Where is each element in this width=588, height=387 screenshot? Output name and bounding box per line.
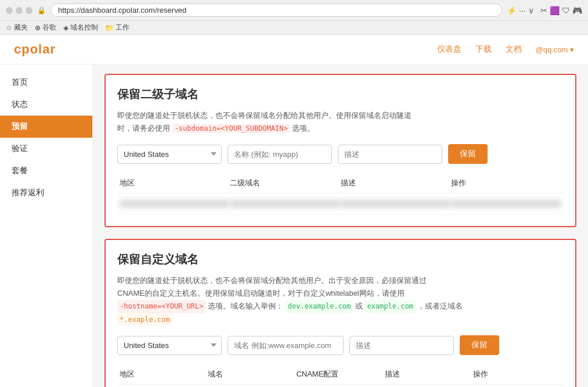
bookmark-label: 域名控制 [70, 23, 98, 33]
col2-domain: 域名 [208, 369, 296, 379]
nav-dashboard[interactable]: 仪表盘 [437, 44, 461, 55]
folder-icon: 📁 [105, 24, 114, 32]
col2-region: 地区 [120, 369, 208, 379]
sidebar-item-referral[interactable]: 推荐返利 [0, 182, 92, 204]
bookmark-label: 工作 [116, 23, 129, 33]
section1-save-button[interactable]: 保留 [448, 144, 488, 164]
sidebar-item-reserved[interactable]: 预留 [0, 116, 92, 138]
reserve-subdomain-card: 保留二级子域名 即使您的隧道处于脱机状态，也不会将保留域名分配给其他用户。使用保… [104, 74, 576, 227]
section1-name-input[interactable] [228, 145, 332, 164]
bookmark-label: 谷歌 [42, 23, 56, 33]
section2-desc-line1: 即使您的隧道处于脱机状态，也不会将保留域分配给其他用户。出于安全原因，必须保留通… [117, 276, 427, 285]
address-bar[interactable]: https://dashboard.cpolar.com/reserved [50, 3, 502, 17]
section2-desc-input[interactable] [349, 336, 454, 355]
browser-dot-2 [16, 7, 23, 14]
sidebar: 首页 状态 预留 验证 套餐 推荐返利 [0, 64, 93, 387]
browser-dot-1 [6, 7, 13, 14]
section2-desc-line5: ，或者泛域名 [417, 302, 463, 310]
sidebar-item-auth[interactable]: 验证 [0, 138, 92, 160]
row-action[interactable]: █ [451, 199, 561, 208]
section2-code1: -hostname=<YOUR_URL> [117, 300, 206, 313]
col2-desc: 描述 [385, 369, 473, 379]
bookmark-domain[interactable]: ◈ 域名控制 [63, 23, 98, 33]
browser-controls [6, 7, 33, 14]
section1-code: -subdomain=<YOUR_SUBDOMAIN> [172, 124, 290, 133]
section1-desc-input[interactable] [338, 145, 442, 164]
section1-desc-line3: 选项。 [292, 124, 315, 132]
section1-region-select[interactable]: United States Japan China [117, 145, 222, 164]
section2-desc-line3: 选项。域名输入举例： [208, 302, 283, 310]
header-nav: 仪表盘 下载 文档 @qq.com ▾ [437, 44, 574, 55]
section2-desc-line4: 或 [355, 302, 363, 310]
app-body: 首页 状态 预留 验证 套餐 推荐返利 保留二级子域名 即使您的隧道处于脱机状态… [0, 64, 588, 387]
ssl-lock-icon: 🔒 [37, 6, 46, 15]
section2-code2: dev.example.com [286, 300, 353, 313]
browser-bar: 🔒 https://dashboard.cpolar.com/reserved … [0, 0, 588, 21]
nav-download[interactable]: 下载 [475, 44, 492, 55]
section2-desc-line2: CNAME的自定义主机名。使用保留域启动隧道时，对于自定义whitelabel网… [117, 289, 405, 298]
bookmarks-bar: ☆ 藏夹 ⊕ 谷歌 ◈ 域名控制 📁 工作 [0, 21, 588, 35]
section2-region-select[interactable]: United States Japan China [117, 336, 222, 355]
row-subdomain: ████████████ [230, 199, 340, 208]
domain-icon: ◈ [63, 24, 68, 32]
browser-action-icons: ⚡ ··· ∨ ✂ 🟪 🛡 🎮 [507, 6, 582, 15]
bookmark-work[interactable]: 📁 工作 [105, 23, 129, 33]
section1-form: United States Japan China 保留 [117, 144, 564, 164]
row-region: ████████████ [120, 199, 230, 208]
star-icon: ☆ [6, 24, 12, 32]
section2-table-header: 地区 域名 CNAME配置 描述 操作 [117, 364, 564, 385]
sidebar-item-home[interactable]: 首页 [0, 71, 92, 94]
nav-docs[interactable]: 文档 [506, 44, 522, 55]
user-menu[interactable]: @qq.com ▾ [536, 45, 574, 54]
section2-save-button[interactable]: 保留 [460, 335, 499, 355]
col2-cname: CNAME配置 [296, 369, 384, 379]
section1-table: 地区 二级域名 描述 操作 ████████████ ████████████ … [117, 173, 564, 214]
section2-code4: *.exaple.com [117, 313, 172, 326]
section1-desc-line2: 时，请务必使用 [117, 124, 170, 132]
main-content: 保留二级子域名 即使您的隧道处于脱机状态，也不会将保留域名分配给其他用户。使用保… [93, 64, 588, 387]
section2-code3: example.com [365, 300, 415, 313]
sidebar-item-status[interactable]: 状态 [0, 94, 92, 116]
section1-desc: 即使您的隧道处于脱机状态，也不会将保留域名分配给其他用户。使用保留域名启动隧道 … [117, 109, 564, 135]
table-row: ████████████ ████████████ ████████████ █ [117, 193, 564, 214]
col2-action: 操作 [473, 369, 561, 379]
row-desc: ████████████ [341, 199, 451, 208]
app-header: cpolar 仪表盘 下载 文档 @qq.com ▾ [0, 35, 588, 64]
section1-table-header: 地区 二级域名 描述 操作 [117, 173, 564, 193]
browser-dot-3 [26, 7, 33, 14]
cpolar-logo: cpolar [14, 42, 56, 57]
section2-form: United States Japan China 保留 [117, 335, 564, 355]
reserve-custom-domain-card: 保留自定义域名 即使您的隧道处于脱机状态，也不会将保留域分配给其他用户。出于安全… [104, 239, 576, 387]
col-region: 地区 [120, 178, 230, 188]
section2-domain-input[interactable] [228, 336, 344, 355]
section2-title: 保留自定义域名 [117, 252, 564, 267]
bookmark-google[interactable]: ⊕ 谷歌 [35, 23, 56, 33]
section2-table: 地区 域名 CNAME配置 描述 操作 [117, 364, 564, 385]
google-icon: ⊕ [35, 24, 41, 32]
section1-desc-line1: 即使您的隧道处于脱机状态，也不会将保留域名分配给其他用户。使用保留域名启动隧道 [117, 111, 412, 120]
col-desc: 描述 [341, 178, 451, 188]
col-action: 操作 [451, 178, 561, 188]
sidebar-item-plan[interactable]: 套餐 [0, 160, 92, 182]
bookmark-label: 藏夹 [14, 23, 28, 33]
col-subdomain: 二级域名 [230, 178, 340, 188]
bookmark-favorites[interactable]: ☆ 藏夹 [6, 23, 28, 33]
section1-title: 保留二级子域名 [117, 87, 564, 102]
section2-desc: 即使您的隧道处于脱机状态，也不会将保留域分配给其他用户。出于安全原因，必须保留通… [117, 274, 564, 326]
